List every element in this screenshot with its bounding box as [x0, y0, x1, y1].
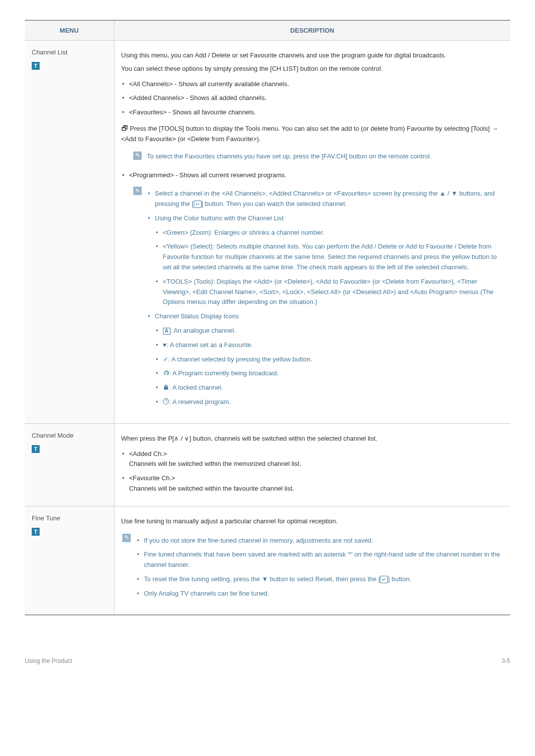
cl-all-channels: <All Channels> - Shows all currently ava… — [121, 77, 504, 92]
cl-status-list: A: An analogue channel. ♥: A channel set… — [147, 324, 504, 409]
cl-green: <Green> (Zoom): Enlarges or shrinks a ch… — [147, 226, 504, 240]
cl-status-icons: Channel Status Display Icons — [147, 309, 504, 324]
check-icon: ✓ — [163, 355, 168, 363]
desc-fine-tune: Use fine tuning to manually adjust a par… — [114, 506, 510, 615]
cl-prog-list: <Programmed> - Shows all current reserve… — [121, 168, 504, 183]
cl-icon-favourite: ♥: A channel set as a Favourite. — [147, 338, 504, 353]
cl-icon-reserved: 🕒︎: A reserved program. — [147, 395, 504, 409]
lock-icon: 🔒︎ — [163, 384, 169, 391]
ft-note-list: If you do not store the fine-tuned chann… — [136, 534, 504, 601]
menu-label-fine-tune: Fine Tune — [32, 513, 107, 524]
cl-color-buttons: Using the Color buttons with the Channel… — [147, 211, 504, 226]
desc-channel-mode: When press the P[∧ / ∨] button, channels… — [114, 423, 510, 506]
menu-cell-fine-tune: Fine Tune T — [25, 506, 114, 615]
ft-note-box: ✎ If you do not store the fine-tuned cha… — [121, 530, 504, 605]
menu-label-channel-list: Channel List — [32, 48, 107, 58]
cl-favourites: <Favourites> - Shows all favourite chann… — [121, 105, 504, 120]
row-channel-list: Channel List T Using this menu, you can … — [25, 41, 510, 424]
menu-cell-channel-list: Channel List T — [25, 41, 114, 424]
cl-yellow: <Yellow> (Select): Selects multiple chan… — [147, 240, 504, 274]
cm-list: <Added Ch.> Channels will be switched wi… — [121, 447, 504, 496]
cl-added-channels: <Added Channels> - Shows all added chann… — [121, 91, 504, 105]
enter-icon-2: ↵ — [380, 576, 388, 583]
cl-icon-selected: ✓: A channel selected by pressing the ye… — [147, 353, 504, 367]
note-icon: ✎ — [133, 151, 142, 160]
cm-added: <Added Ch.> Channels will be switched wi… — [121, 447, 504, 472]
ft-asterisk: Fine tuned channels that have been saved… — [136, 548, 504, 572]
cl-select-channel: Select a channel in the <All Channels>, … — [147, 187, 504, 211]
note-icon-3: ✎ — [122, 534, 131, 542]
a-box-icon: A — [163, 328, 170, 335]
cl-programmed: <Programmed> - Shows all current reserve… — [121, 168, 504, 183]
tools-icon: 🗗 — [121, 123, 128, 134]
cl-tools-text: Press the [TOOLS] button to display the … — [121, 125, 498, 143]
footer-section: Using the Product — [25, 657, 72, 664]
cl-icon-analogue: A: An analogue channel. — [147, 324, 504, 338]
row-fine-tune: Fine Tune T Use fine tuning to manually … — [25, 506, 510, 615]
menu-label-channel-mode: Channel Mode — [32, 431, 107, 441]
cl-status-head: Channel Status Display Icons — [147, 309, 504, 324]
ft-intro: Use fine tuning to manually adjust a par… — [121, 516, 504, 527]
page-footer: Using the Product 3-5 — [25, 657, 510, 664]
header-description: DESCRIPTION — [114, 20, 510, 41]
cl-tools-note: 🗗 Press the [TOOLS] button to display th… — [121, 123, 504, 145]
ft-not-saved: If you do not store the fine-tuned chann… — [136, 534, 504, 548]
cl-icon-locked: 🔒︎: A locked channel. — [147, 381, 504, 395]
cl-chlist-note: You can select these options by simply p… — [121, 64, 504, 74]
cl-fav-note: ✎ To select the Favourites channels you … — [132, 148, 504, 166]
cm-favourite: <Favourite Ch.> Channels will be switche… — [121, 471, 504, 496]
cl-note-list: Select a channel in the <All Channels>, … — [147, 187, 504, 225]
cl-tools-menu: <TOOLS> (Tools): Displays the <Add> (or … — [147, 275, 504, 309]
t-badge-icon: T — [32, 62, 40, 70]
note-icon-2: ✎ — [133, 187, 142, 195]
menu-cell-channel-mode: Channel Mode T — [25, 423, 114, 506]
header-menu: MENU — [25, 20, 114, 41]
cl-icon-broadcast: 📺︎: A Program currently being broadcast. — [147, 366, 504, 381]
desc-channel-list: Using this menu, you can Add / Delete or… — [114, 41, 510, 424]
cl-intro: Using this menu, you can Add / Delete or… — [121, 50, 504, 61]
ft-reset: To reset the fine tuning setting, press … — [136, 572, 504, 587]
enter-icon: ↵ — [194, 201, 202, 208]
row-channel-mode: Channel Mode T When press the P[∧ / ∨] b… — [25, 423, 510, 506]
chevron-down-icon: ∨ — [184, 435, 189, 442]
chevron-up-icon: ∧ — [174, 435, 179, 442]
footer-page: 3-5 — [502, 657, 510, 664]
menu-table: MENU DESCRIPTION Channel List T Using th… — [25, 20, 510, 615]
t-badge-icon-3: T — [32, 528, 40, 536]
ft-analog-only: Only Analog TV channels can be fine tune… — [136, 587, 504, 601]
tv-icon: 📺︎ — [163, 369, 169, 377]
cl-list: <All Channels> - Shows all currently ava… — [121, 77, 504, 120]
cm-intro: When press the P[∧ / ∨] button, channels… — [121, 434, 504, 444]
cl-fav-note-text: To select the Favourites channels you ha… — [147, 152, 432, 160]
t-badge-icon-2: T — [32, 445, 40, 453]
clock-icon: 🕒︎ — [163, 398, 169, 405]
cl-color-sub: <Green> (Zoom): Enlarges or shrinks a ch… — [147, 226, 504, 310]
cl-big-note: ✎ Select a channel in the <All Channels>… — [132, 183, 504, 413]
